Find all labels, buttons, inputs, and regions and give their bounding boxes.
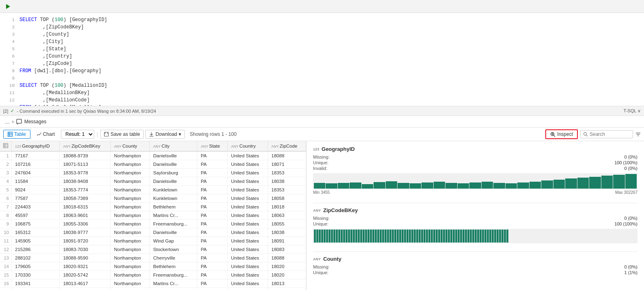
zipcode-bar — [365, 230, 367, 243]
zipcode-bar — [319, 230, 321, 243]
download-button[interactable]: Download ▾ — [145, 130, 185, 139]
zipcode-bar — [416, 230, 418, 243]
table-cell: United States — [227, 151, 268, 160]
right-toolbar: Inspect — [545, 129, 641, 139]
table-cell: Northampton — [110, 160, 150, 169]
table-cell: United States — [227, 228, 268, 237]
code-line-4: 4 ,[City] — [0, 38, 644, 45]
zipcode-bar — [460, 230, 462, 243]
table-cell: PA — [197, 288, 227, 290]
run-button[interactable] — [3, 2, 13, 11]
geographyid-unique-row: Unique: 100 (100%) — [313, 160, 638, 165]
table-cell: Kunkletown — [150, 194, 197, 203]
table-cell: 18063 — [268, 211, 306, 220]
table-cell: 18353 — [268, 288, 306, 290]
code-line-11: 11 ,[MedallionBKey] — [0, 89, 644, 97]
inspect-divider-2 — [313, 251, 638, 252]
table-cell: 247604 — [12, 169, 60, 177]
messages-bar: ... › Messages — [0, 116, 644, 128]
search-input[interactable] — [590, 131, 630, 137]
zipcode-bar — [314, 230, 316, 243]
table-cell: Freemansburg... — [150, 220, 197, 228]
histogram-bar — [386, 181, 397, 189]
zipcode-bar — [333, 230, 335, 243]
table-cell: 18088-9739 — [60, 151, 110, 160]
table-cell: 170330 — [12, 271, 60, 279]
inspect-icon — [550, 132, 555, 137]
search-box[interactable] — [580, 130, 633, 138]
table-row: 1517033018020-5742NorthamptonFreemansbur… — [0, 271, 306, 279]
zipcode-bar — [484, 230, 486, 243]
table-cell: 288102 — [12, 254, 60, 262]
messages-label: Messages — [24, 119, 47, 125]
table-row: 1328810218088-9590NorthamptonCherryville… — [0, 254, 306, 262]
filter-icon[interactable] — [635, 132, 641, 137]
zipcode-bar — [358, 230, 360, 243]
zipcode-bar — [338, 230, 340, 243]
table-cell: Northampton — [110, 211, 150, 220]
table-cell: United States — [227, 279, 268, 288]
table-cell: 18020 — [268, 262, 306, 271]
table-cell: 109766 — [12, 288, 60, 290]
table-cell: Danielsville — [150, 228, 197, 237]
table-cell: Wind Gap — [150, 288, 197, 290]
table-row: 5902418353-7774NorthamptonKunkletownPAUn… — [0, 186, 306, 194]
zipcode-bar — [321, 230, 323, 243]
table-cell: United States — [227, 203, 268, 211]
table-cell: PA — [197, 186, 227, 194]
language-selector[interactable]: T-SQL ∨ — [624, 108, 641, 114]
table-cell: 193341 — [12, 279, 60, 288]
table-cell: Saylorsburg — [150, 169, 197, 177]
zipcode-bar — [433, 230, 435, 243]
table-cell: 18020 — [268, 271, 306, 279]
table-cell: Bethlehem — [150, 203, 197, 211]
table-cell: 18353-7356 — [60, 288, 110, 290]
table-cell: United States — [227, 237, 268, 245]
table-cell: 18071-5113 — [60, 160, 110, 169]
messages-expand-icon[interactable]: › — [12, 119, 14, 125]
code-line-10: 10 SELECT TOP (100) [MedallionID] — [0, 82, 644, 89]
ellipsis-button[interactable]: ... — [5, 118, 10, 125]
zipcode-bar — [346, 230, 348, 243]
code-editor[interactable]: 1 SELECT TOP (100) [GeographyID] 2 ,[Zip… — [0, 13, 644, 106]
table-icon — [8, 132, 13, 137]
table-cell: 18083 — [268, 245, 306, 254]
table-cell: Northampton — [110, 279, 150, 288]
table-cell: PA — [197, 160, 227, 169]
code-line-8: 8 FROM [dw1].[dbo].[Geography] — [0, 67, 644, 75]
row-number-cell: 10 — [0, 228, 12, 237]
table-cell: 18091 — [268, 237, 306, 245]
save-as-table-button[interactable]: Save as table — [100, 130, 144, 139]
histogram-bar — [362, 184, 373, 189]
row-number-cell: 16 — [0, 279, 12, 288]
row-number-cell: 4 — [0, 177, 12, 186]
table-cell: 165312 — [12, 228, 60, 237]
chart-tab[interactable]: Chart — [32, 130, 59, 139]
table-cell: Northampton — [110, 203, 150, 211]
table-cell: 18020-5742 — [60, 271, 110, 279]
zipcode-bar — [336, 230, 338, 243]
zipcode-bar — [394, 230, 396, 243]
table-tab[interactable]: Table — [3, 130, 30, 139]
table-cell: United States — [227, 186, 268, 194]
zipcode-bar — [458, 230, 460, 243]
results-toolbar: Table Chart Result: 1 Result: 2 | Save a… — [0, 128, 644, 141]
geographyid-invalid-row: Invalid: 0 (0%) — [313, 166, 638, 171]
table-cell: PA — [197, 151, 227, 160]
table-cell: 18353-9778 — [60, 169, 110, 177]
zipcode-bar — [360, 230, 362, 243]
county-missing-row: Missing: 0 (0%) — [313, 264, 638, 269]
result-selector[interactable]: Result: 1 Result: 2 — [61, 130, 94, 139]
inspect-button[interactable]: Inspect — [545, 129, 578, 139]
table-cell: Northampton — [110, 220, 150, 228]
data-table-wrapper[interactable]: 123GeographyID ANYZipCodeBKey ANYCounty … — [0, 141, 307, 290]
table-cell: PA — [197, 169, 227, 177]
zipcode-bar — [399, 230, 401, 243]
code-line-2: 2 ,[ZipCodeBKey] — [0, 24, 644, 31]
geographyid-minmax: Min 3455 Max 302267 — [313, 190, 638, 195]
zipcode-bar — [448, 230, 450, 243]
table-row: 324760418353-9778NorthamptonSaylorsburgP… — [0, 169, 306, 177]
table-cell: Northampton — [110, 194, 150, 203]
table-cell: 18088 — [268, 254, 306, 262]
table-row: 1710976618353-7356NorthamptonWind GapPAU… — [0, 288, 306, 290]
